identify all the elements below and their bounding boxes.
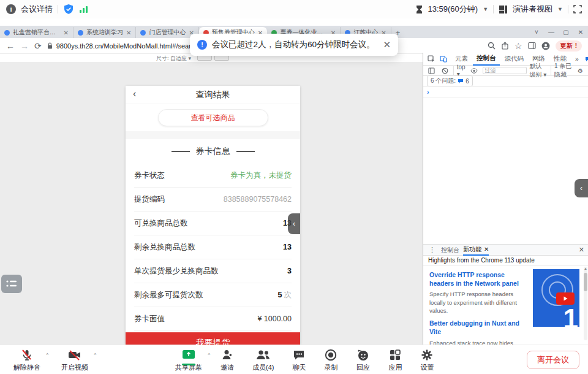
window-menu-icon[interactable]: ˅ [529, 29, 544, 36]
console-filter-input[interactable] [483, 67, 527, 74]
drawer-menu-icon[interactable]: ⋮ [427, 246, 437, 254]
profile-avatar-icon[interactable] [541, 42, 550, 50]
section-title-text: 券卡信息 [196, 146, 230, 157]
window-controls: ˅ — ▢ ✕ [529, 26, 588, 38]
settings-button[interactable]: 设置 [415, 348, 439, 372]
back-icon[interactable]: ← [6, 41, 15, 51]
row-label: 单次提货最少兑换商品数 [134, 266, 219, 277]
row-value: 8385889075578462 [224, 195, 292, 204]
row-label: 可兑换商品总数 [134, 218, 188, 229]
start-video-button[interactable]: 开启视频 ⌃ [56, 348, 93, 372]
issues-chip[interactable]: 6 个问题: 6 [427, 75, 473, 86]
view-dropdown-icon[interactable]: ▼ [557, 6, 563, 12]
lock-icon [47, 42, 53, 49]
whats-new-scrollbar[interactable]: ▲ [584, 267, 587, 340]
back-chevron-icon[interactable]: ‹ [133, 88, 136, 99]
window-close-icon[interactable]: ✕ [573, 29, 588, 36]
eye-icon[interactable] [469, 68, 480, 74]
window-minimize-icon[interactable]: — [544, 29, 559, 36]
participants-icon [255, 348, 271, 362]
bookmark-star-icon[interactable]: ☆ [514, 41, 522, 51]
mic-options-chevron-icon[interactable]: ⌃ [45, 353, 50, 359]
share-page-icon[interactable] [501, 42, 509, 50]
row-value: 券卡为真，未提货 [230, 170, 292, 181]
network-signal-icon [79, 5, 89, 13]
console-settings-icon[interactable]: ⚙ [576, 67, 585, 74]
scrollbar-thumb[interactable] [584, 273, 587, 291]
share-options-chevron-icon[interactable]: ⌃ [206, 353, 211, 359]
side-panel-icon[interactable] [528, 42, 536, 50]
browser-tab[interactable]: 门店管理中心 ✕ [136, 27, 198, 38]
share-screen-button[interactable]: 共享屏幕 ⌃ [170, 348, 207, 372]
view-products-button[interactable]: 查看可选商品 [158, 109, 268, 126]
drawer-close-icon[interactable]: ✕ [579, 246, 584, 254]
timer-dropdown-icon[interactable]: ▼ [483, 6, 488, 12]
more-tabs-icon[interactable]: » [571, 53, 582, 66]
collapse-handle-icon[interactable]: ‹ [288, 213, 300, 234]
fullscreen-icon[interactable] [573, 5, 582, 13]
camera-off-icon [67, 348, 82, 362]
forward-icon[interactable]: → [20, 41, 29, 51]
inspect-element-icon[interactable] [426, 55, 437, 63]
video-options-chevron-icon[interactable]: ⌃ [92, 353, 97, 359]
device-height-input[interactable] [214, 55, 229, 61]
task-list-button[interactable] [1, 275, 22, 293]
console-log-area[interactable]: › [423, 86, 588, 245]
devtools-tab-sources[interactable]: 源代码 [501, 53, 528, 66]
participants-button[interactable]: 成员(4) [247, 348, 279, 372]
console-sidebar-icon[interactable] [426, 67, 437, 74]
redeemable-total-row: 可兑换商品总数 13 [134, 212, 292, 235]
issues-label: 6 个问题: [431, 77, 456, 85]
window-maximize-icon[interactable]: ▢ [559, 29, 573, 36]
invite-person-icon [221, 348, 234, 362]
meeting-details-label[interactable]: 会议详情 [21, 4, 53, 15]
browser-tab[interactable]: 系统培训学习 ✕ [74, 27, 136, 38]
scroll-up-arrow[interactable]: ▲ [584, 267, 587, 270]
drawer-tab-console[interactable]: 控制台 [441, 245, 459, 256]
meeting-toolbar: 解除静音 ⌃ 开启视频 ⌃ 共享屏幕 ⌃ 邀请 [0, 345, 588, 374]
devtools-tab-console[interactable]: 控制台 [473, 53, 500, 66]
leave-meeting-button[interactable]: 离开会议 [527, 351, 579, 369]
issues-counter-badge[interactable]: 6 [584, 56, 588, 63]
tab-close-icon[interactable]: ✕ [64, 29, 69, 36]
youtube-play-icon[interactable] [556, 292, 575, 305]
clear-console-icon[interactable] [440, 67, 450, 74]
chat-button[interactable]: 聊天 [287, 348, 311, 372]
min-per-pickup-row: 单次提货最少兑换商品数 3 [134, 259, 292, 283]
reload-icon[interactable]: ⟳ [34, 41, 42, 51]
settings-gear-icon [420, 348, 434, 362]
invite-button[interactable]: 邀请 [216, 348, 239, 372]
divider [453, 66, 454, 75]
apps-button[interactable]: 应用 [383, 348, 407, 372]
device-toolbar-icon[interactable] [438, 55, 449, 63]
collapse-handle-icon[interactable]: ‹ [575, 179, 588, 197]
max-pickups-row: 剩余最多可提货次数 5次 [134, 283, 292, 307]
drawer-tab-close-icon[interactable]: ✕ [484, 246, 489, 253]
zoom-page-icon[interactable] [488, 42, 496, 50]
unmute-button[interactable]: 解除静音 ⌃ [9, 348, 45, 372]
browser-update-button[interactable]: 更新 ! [556, 40, 582, 52]
view-mode-label[interactable]: 演讲者视图 [513, 4, 552, 15]
record-button[interactable]: 录制 [319, 348, 342, 372]
whats-new-video-thumbnail[interactable]: 1 [533, 269, 579, 327]
toolbar-label: 应用 [388, 363, 402, 372]
pickup-cta-button[interactable]: 我要提货 [126, 332, 300, 345]
encryption-shield-icon[interactable] [63, 4, 74, 15]
row-value: 3 [287, 267, 292, 275]
dash-ornament [236, 151, 255, 152]
tab-favicon [140, 30, 146, 36]
reactions-button[interactable]: 回应 [351, 348, 375, 372]
browser-tab[interactable]: 礼盒营销平台管理中心 ✕ [0, 27, 74, 38]
meeting-info-icon[interactable]: i [6, 4, 16, 14]
device-width-input[interactable] [197, 55, 212, 61]
card-info-section-title: 券卡信息 [126, 139, 300, 164]
whats-new-link[interactable]: Override HTTP response headers in the Ne… [429, 270, 526, 288]
log-levels-select[interactable]: 默认级别 ▾ [530, 62, 548, 79]
tab-close-icon[interactable]: ✕ [126, 29, 131, 36]
section-divider [126, 131, 300, 139]
drawer-tab-whats-new[interactable]: 新功能 ✕ [463, 245, 489, 256]
notification-close-icon[interactable]: ✕ [383, 39, 391, 50]
drawer-tab-label: 新功能 [463, 245, 481, 254]
console-prompt[interactable]: › [423, 86, 588, 98]
whats-new-link[interactable]: Better debugging in Nuxt and Vite [429, 319, 526, 336]
